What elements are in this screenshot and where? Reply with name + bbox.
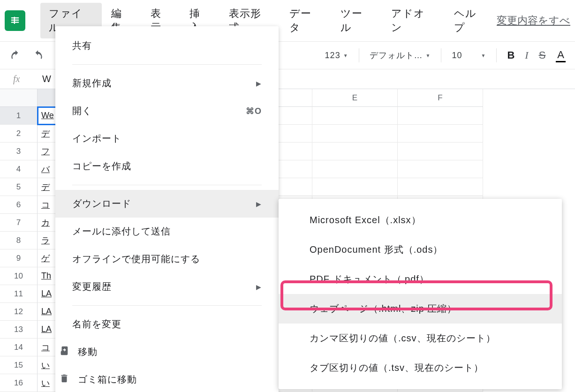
cell[interactable]: [312, 160, 398, 178]
download-pdf[interactable]: PDF ドキュメント（.pdf）: [279, 264, 562, 294]
cell[interactable]: い: [38, 356, 56, 374]
font-size-button[interactable]: 10▼: [452, 51, 486, 60]
italic-button[interactable]: I: [525, 49, 528, 61]
menu-open[interactable]: 開く⌘O: [55, 97, 279, 125]
trash-icon: [59, 373, 69, 386]
cell[interactable]: ゲ: [38, 249, 56, 267]
menu-email[interactable]: メールに添付して送信: [55, 218, 279, 245]
cell[interactable]: バ: [38, 160, 56, 178]
column-header[interactable]: F: [398, 89, 483, 107]
cell[interactable]: [398, 160, 483, 178]
menu-tools[interactable]: ツール: [332, 3, 382, 38]
font-family-button[interactable]: デフォルト…▼: [370, 50, 431, 61]
number-format-button[interactable]: 123▼: [325, 51, 348, 60]
row-header[interactable]: 14: [0, 339, 38, 356]
download-ods[interactable]: OpenDocument 形式（.ods）: [279, 235, 562, 264]
cell[interactable]: [312, 125, 398, 143]
bold-button[interactable]: B: [507, 49, 514, 61]
column-header[interactable]: [38, 89, 56, 107]
cell[interactable]: [398, 143, 483, 160]
undo-icon: [9, 49, 22, 61]
cell[interactable]: コ: [38, 196, 56, 214]
row-header[interactable]: 12: [0, 303, 38, 321]
menu-offline[interactable]: オフラインで使用可能にする: [55, 245, 279, 273]
row-headers: 1 2 3 4 5 6 7 8 9 10 11 12 13 14 15 16: [0, 89, 38, 392]
row-header[interactable]: 6: [0, 196, 38, 214]
separator: [72, 64, 262, 65]
menu-label: ゴミ箱に移動: [78, 373, 137, 386]
chevron-right-icon: ▶: [256, 283, 262, 291]
cell[interactable]: We: [38, 107, 56, 125]
cell-value: LA: [41, 307, 52, 317]
cell-value: ゲ: [41, 253, 50, 264]
row-header[interactable]: 13: [0, 321, 38, 339]
cell-value: LA: [41, 289, 52, 299]
row-header[interactable]: 2: [0, 125, 38, 143]
download-html[interactable]: ウェブページ（.html、zip 圧縮）: [279, 294, 562, 324]
row-header[interactable]: 7: [0, 214, 38, 232]
row-header[interactable]: 3: [0, 143, 38, 160]
menu-label: 共有: [72, 39, 92, 52]
save-status[interactable]: 変更内容をすべ: [497, 14, 570, 28]
cell[interactable]: [312, 178, 398, 196]
menu-addons[interactable]: アドオン: [383, 3, 444, 38]
download-tsv[interactable]: タブ区切りの値（.tsv、現在のシート）: [279, 353, 562, 383]
cell[interactable]: カ: [38, 214, 56, 232]
cell[interactable]: [398, 125, 483, 143]
row-header[interactable]: 1: [0, 107, 38, 125]
redo-button[interactable]: [32, 49, 44, 61]
separator: [72, 185, 262, 185]
cell[interactable]: デ: [38, 125, 56, 143]
select-all-corner[interactable]: [0, 89, 38, 107]
separator: [441, 48, 441, 62]
row-header[interactable]: 10: [0, 267, 38, 285]
cell[interactable]: LA: [38, 285, 56, 303]
number-format-label: 123: [325, 51, 340, 60]
sheets-logo[interactable]: [5, 10, 25, 31]
text-color-button[interactable]: A: [556, 49, 566, 62]
cell[interactable]: Th: [38, 267, 56, 285]
cell[interactable]: コ: [38, 339, 56, 356]
row-header[interactable]: 5: [0, 178, 38, 196]
menu-trash[interactable]: ゴミ箱に移動: [55, 366, 279, 392]
menu-download[interactable]: ダウンロード▶: [55, 190, 279, 218]
undo-button[interactable]: [9, 49, 22, 61]
menu-import[interactable]: インポート: [55, 125, 279, 152]
cell[interactable]: LA: [38, 303, 56, 321]
strikethrough-button[interactable]: S: [539, 49, 546, 61]
cell[interactable]: デ: [38, 178, 56, 196]
shortcut-label: ⌘O: [246, 106, 262, 116]
formula-input[interactable]: W: [38, 74, 51, 84]
download-xlsx[interactable]: Microsoft Excel（.xlsx）: [279, 205, 562, 235]
menu-new[interactable]: 新規作成▶: [55, 69, 279, 97]
column-header[interactable]: E: [312, 89, 398, 107]
cell[interactable]: [312, 107, 398, 125]
row-header[interactable]: 9: [0, 249, 38, 267]
chevron-right-icon: ▶: [256, 80, 262, 87]
row-header[interactable]: 11: [0, 285, 38, 303]
row-header[interactable]: 8: [0, 232, 38, 249]
cell[interactable]: フ: [38, 143, 56, 160]
menu-rename[interactable]: 名前を変更: [55, 310, 279, 338]
cell-value: フ: [41, 146, 50, 157]
row-header[interactable]: 4: [0, 160, 38, 178]
cell[interactable]: い: [38, 374, 56, 392]
menu-move[interactable]: 移動: [55, 338, 279, 366]
cell[interactable]: LA: [38, 321, 56, 339]
menu-help[interactable]: ヘルプ: [446, 3, 496, 38]
cell[interactable]: [398, 178, 483, 196]
chevron-right-icon: ▶: [256, 200, 262, 208]
download-csv[interactable]: カンマ区切りの値（.csv、現在のシート）: [279, 324, 562, 353]
cell-value: We: [41, 111, 54, 121]
cell[interactable]: [312, 143, 398, 160]
menu-version-history[interactable]: 変更履歴▶: [55, 273, 279, 301]
menu-label: オフラインで使用可能にする: [72, 253, 200, 265]
cell[interactable]: [398, 107, 483, 125]
menu-share[interactable]: 共有: [55, 32, 279, 60]
menu-data[interactable]: データ: [281, 3, 331, 38]
menu-make-copy[interactable]: コピーを作成: [55, 152, 279, 180]
row-header[interactable]: 15: [0, 356, 38, 374]
menu-label: 新規作成: [72, 77, 112, 90]
row-header[interactable]: 16: [0, 374, 38, 392]
cell[interactable]: ラ: [38, 232, 56, 249]
